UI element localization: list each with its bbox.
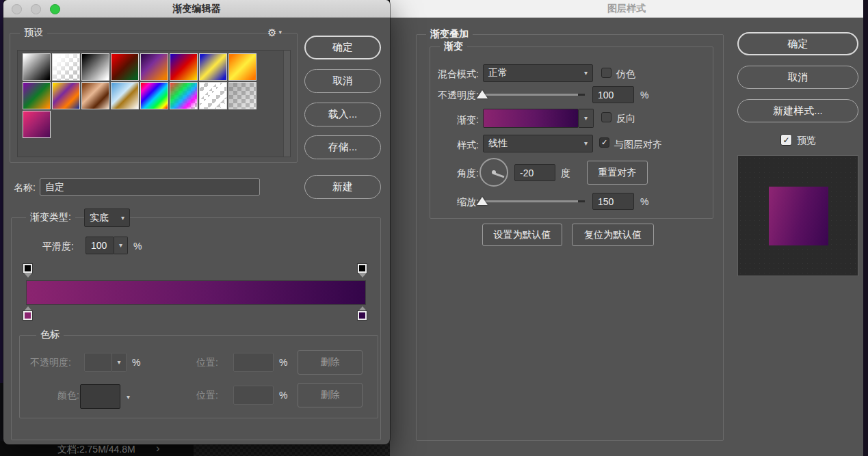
opacity-value-field[interactable]: 100 bbox=[592, 86, 634, 103]
document-size-text: 文档:2.75M/44.8M bbox=[57, 444, 135, 456]
canvas-edge-right bbox=[863, 0, 868, 456]
set-default-button[interactable]: 设置为默认值 bbox=[482, 224, 562, 246]
smoothness-label: 平滑度: bbox=[42, 241, 74, 253]
layer-style-ok-button[interactable]: 确定 bbox=[737, 32, 858, 55]
zoom-button[interactable] bbox=[50, 4, 60, 14]
preset-swatch-yellow-violet-orange-blue[interactable] bbox=[52, 82, 80, 109]
presets-menu-button[interactable]: ⚙ ▾ bbox=[267, 27, 282, 39]
chevron-down-icon: ▾ bbox=[127, 394, 130, 401]
preset-swatch-neutral-density[interactable] bbox=[228, 82, 257, 109]
gear-icon: ⚙ bbox=[267, 27, 276, 38]
gradient-dropdown-button[interactable]: ▾ bbox=[579, 109, 594, 128]
reset-alignment-button[interactable]: 重置对齐 bbox=[587, 161, 648, 185]
smoothness-dropdown-button[interactable]: ▾ bbox=[114, 237, 128, 254]
new-gradient-button[interactable]: 新建 bbox=[304, 175, 381, 199]
opacity-stop-left[interactable] bbox=[22, 264, 34, 278]
reset-default-button[interactable]: 复位为默认值 bbox=[572, 224, 654, 246]
smoothness-value: 100 bbox=[91, 240, 107, 251]
layer-style-cancel-button[interactable]: 取消 bbox=[737, 66, 858, 89]
minimize-button[interactable] bbox=[31, 4, 41, 14]
opacity-stop-right[interactable] bbox=[356, 264, 368, 278]
color-stop-right[interactable] bbox=[356, 306, 368, 320]
gradient-editor-title: 渐变编辑器 bbox=[173, 3, 221, 15]
preset-swatch-chrome-gold[interactable] bbox=[111, 82, 139, 109]
load-button[interactable]: 载入... bbox=[304, 103, 381, 126]
opacity-stop-square bbox=[23, 264, 32, 273]
preset-swatch-transparent-stripes[interactable] bbox=[199, 82, 227, 109]
dither-checkbox[interactable] bbox=[601, 68, 611, 78]
stop-position-unit: % bbox=[279, 357, 287, 368]
angle-value-field[interactable]: -20 bbox=[514, 164, 555, 181]
scale-value-field[interactable]: 150 bbox=[592, 193, 634, 210]
opacity-unit: % bbox=[640, 90, 648, 100]
preset-swatch-violet-green-orange[interactable] bbox=[23, 82, 51, 109]
style-preview-thumbnail bbox=[737, 155, 858, 276]
scale-slider-thumb[interactable] bbox=[477, 197, 488, 205]
close-button[interactable] bbox=[12, 4, 22, 14]
gradient-swatch-button[interactable] bbox=[483, 109, 579, 128]
blend-mode-value: 正常 bbox=[488, 67, 508, 79]
preset-swatch-fg-to-bg[interactable] bbox=[23, 53, 51, 81]
store-button[interactable]: 存储... bbox=[304, 135, 381, 159]
preset-swatch-custom-pink-purple[interactable] bbox=[23, 111, 51, 138]
opacity-slider-thumb[interactable] bbox=[477, 90, 488, 98]
color-stop-square bbox=[358, 311, 367, 320]
stop-opacity-unit: % bbox=[132, 357, 140, 368]
preset-swatch-blue-yellow-blue[interactable] bbox=[199, 53, 227, 81]
opacity-slider-track[interactable] bbox=[484, 94, 585, 96]
preset-swatch-violet-orange[interactable] bbox=[140, 53, 168, 81]
delete-label: 删除 bbox=[321, 389, 340, 401]
preview-checkbox[interactable]: ✓ bbox=[780, 134, 792, 146]
name-value: 自定 bbox=[45, 181, 64, 193]
gradient-type-select[interactable]: 实底 ▾ bbox=[84, 209, 130, 227]
style-select[interactable]: 线性 ▾ bbox=[483, 135, 593, 152]
dither-label: 仿色 bbox=[616, 68, 635, 81]
stop-position-label: 位置: bbox=[196, 357, 218, 369]
blend-mode-label: 混合模式: bbox=[390, 68, 479, 81]
color-stop-left[interactable] bbox=[22, 306, 34, 320]
opacity-stop-pointer bbox=[24, 273, 32, 278]
scale-slider-track[interactable] bbox=[484, 200, 585, 202]
color-stop-pointer bbox=[24, 306, 32, 311]
chevron-down-icon: ▾ bbox=[584, 140, 588, 147]
new-style-button[interactable]: 新建样式... bbox=[737, 99, 858, 122]
preset-swatch-orange-yellow-orange[interactable] bbox=[228, 53, 257, 81]
ge-cancel-button[interactable]: 取消 bbox=[304, 69, 381, 93]
reverse-checkbox[interactable] bbox=[601, 112, 611, 122]
preset-swatch-blue-red-yellow[interactable] bbox=[170, 53, 198, 81]
name-input[interactable]: 自定 bbox=[40, 178, 260, 196]
preset-swatch-fg-to-transparent[interactable] bbox=[52, 53, 80, 81]
stop-color-label: 颜色: bbox=[57, 390, 79, 402]
gradient-editor-titlebar[interactable]: 渐变编辑器 bbox=[3, 0, 390, 18]
gradient-type-value: 实底 bbox=[90, 212, 109, 224]
gradient-editor-dialog: 渐变编辑器 预设 ⚙ ▾ 确定 取消 载入... 存储... 新建 名称: bbox=[3, 0, 390, 444]
preset-swatch-transparent-rainbow[interactable] bbox=[170, 82, 198, 109]
preset-swatch-black-white[interactable] bbox=[81, 53, 109, 81]
ok-label: 确定 bbox=[332, 41, 353, 54]
preset-swatch-red-green[interactable] bbox=[111, 53, 139, 81]
opacity-stop-square bbox=[358, 264, 367, 273]
layer-style-titlebar[interactable]: 图层样式 bbox=[390, 0, 863, 18]
gradient-type-label: 渐变类型: bbox=[26, 211, 75, 224]
chevron-down-icon: ▾ bbox=[121, 215, 124, 222]
stop-opacity-dropdown: ▾ bbox=[112, 353, 127, 372]
layer-style-dialog: 图层样式 渐变叠加 渐变 混合模式: 正常 ▾ 仿色 不透明度: 100 % 渐… bbox=[390, 0, 863, 456]
name-label: 名称: bbox=[14, 182, 36, 194]
preset-scrollbar[interactable] bbox=[283, 51, 290, 157]
align-with-layer-checkbox[interactable]: ✓ bbox=[599, 137, 609, 148]
style-value: 线性 bbox=[488, 137, 508, 150]
cancel-label: 取消 bbox=[788, 71, 808, 84]
scale-value: 150 bbox=[598, 196, 614, 207]
overlay-opacity-label: 不透明度: bbox=[390, 90, 479, 102]
smoothness-value-field[interactable]: 100 bbox=[86, 237, 114, 254]
preset-swatch-copper[interactable] bbox=[81, 82, 109, 109]
ge-ok-button[interactable]: 确定 bbox=[304, 36, 381, 59]
opacity-value: 100 bbox=[598, 90, 614, 100]
reverse-label: 反向 bbox=[616, 113, 635, 125]
preset-swatch-spectrum[interactable] bbox=[140, 82, 168, 109]
blend-mode-select[interactable]: 正常 ▾ bbox=[483, 64, 593, 82]
gradient-preview-bar[interactable] bbox=[26, 280, 366, 305]
angle-dial[interactable] bbox=[479, 158, 508, 187]
stop-position-label2: 位置: bbox=[196, 390, 218, 402]
check-icon: ✓ bbox=[601, 138, 607, 147]
